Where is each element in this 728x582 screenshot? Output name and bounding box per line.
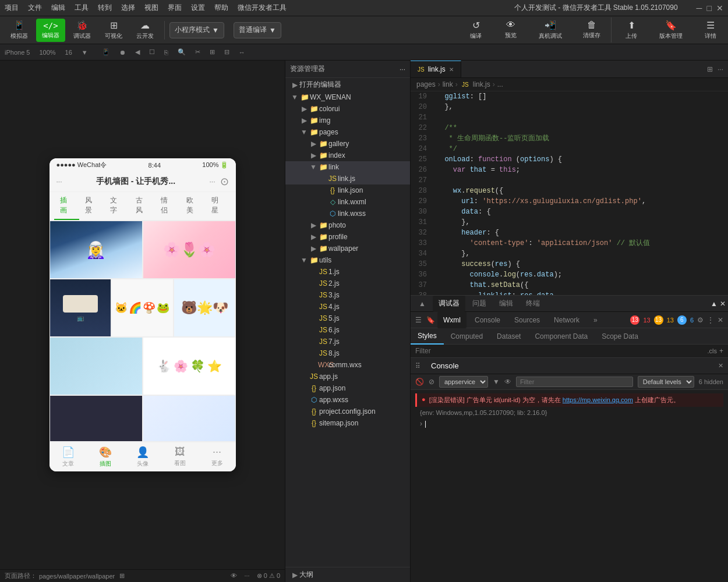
root-folder[interactable]: ▼ 📁 WX_WENAN xyxy=(285,91,410,103)
debug-tab-edit[interactable]: 编辑 xyxy=(493,296,519,312)
phone-tab-1[interactable]: 风景 xyxy=(79,192,104,220)
dots-icon[interactable]: ··· xyxy=(244,572,249,580)
visual-btn[interactable]: ⊞ 可视化 xyxy=(99,19,128,42)
colorui-folder[interactable]: ▶ 📁 colorui xyxy=(285,103,410,115)
image-cell-2[interactable]: 📺 xyxy=(50,279,112,337)
inner-tab-network[interactable]: Network xyxy=(548,312,585,328)
compile-btn[interactable]: ↺ 编译 xyxy=(463,17,489,42)
phone-tab-4[interactable]: 情侣 xyxy=(155,192,180,220)
debug-tab-problems[interactable]: 问题 xyxy=(467,296,492,312)
menu-item-help[interactable]: 帮助 xyxy=(214,3,228,13)
close-icon[interactable]: ✕ xyxy=(716,3,723,13)
debug-close-icon[interactable]: ✕ xyxy=(718,316,723,324)
console-close-icon[interactable]: ✕ xyxy=(718,362,723,370)
utils-folder[interactable]: ▼ 📁 utils xyxy=(285,254,410,266)
bottom-tab-illustration[interactable]: 🎨 插图 xyxy=(87,446,124,468)
file-appwxss[interactable]: ⬡app.wxss xyxy=(285,394,410,406)
path-options-icon[interactable]: ⊞ xyxy=(119,572,125,580)
code-editor[interactable]: 19202122 23242526 27282930 31323334 3536… xyxy=(411,91,728,295)
bottom-tab-article[interactable]: 📄 文章 xyxy=(50,446,87,468)
editor-tab-linkjs[interactable]: JS link.js ✕ xyxy=(411,61,461,78)
outline-section[interactable]: ▶ 大纲 xyxy=(285,567,410,582)
menu-item-goto[interactable]: 转到 xyxy=(98,3,112,13)
clear-cache-btn[interactable]: 🗑 清缓存 xyxy=(577,17,606,42)
detail-btn[interactable]: ☰ 详情 xyxy=(698,17,723,42)
sub-icon-10[interactable]: ↔ xyxy=(239,49,245,56)
mode-dropdown[interactable]: 小程序模式 ▼ xyxy=(169,22,224,38)
image-cell-0[interactable]: 🧝‍♀️ xyxy=(50,221,143,279)
add-style-icon[interactable]: + xyxy=(719,347,723,355)
preview-btn[interactable]: 👁 预览 xyxy=(498,17,524,42)
editor-btn[interactable]: </> 编辑器 xyxy=(36,19,65,42)
debugger-btn[interactable]: 🐞 调试器 xyxy=(68,19,97,42)
link-js-file[interactable]: JS link.js xyxy=(285,173,410,184)
sub-icon-9[interactable]: ⊟ xyxy=(224,48,229,56)
styles-tab-component[interactable]: Component Data xyxy=(528,328,595,345)
inner-tab-sources[interactable]: Sources xyxy=(508,312,546,328)
profile-folder[interactable]: ▶ 📁 profile xyxy=(285,231,410,243)
phone-tab-6[interactable]: 明星 xyxy=(206,192,231,220)
console-cursor[interactable]: | xyxy=(425,420,426,428)
menu-item-settings[interactable]: 设置 xyxy=(191,3,205,13)
image-cell-7[interactable] xyxy=(50,395,143,442)
console-tab[interactable]: Console xyxy=(425,358,465,374)
image-cell-3[interactable]: 🐱🌈🍄🐸 xyxy=(111,279,174,337)
file-sitemap[interactable]: {}sitemap.json xyxy=(285,417,410,429)
image-cell-1[interactable]: 🌸🌷🌸 xyxy=(143,221,236,279)
breadcrumb-filename[interactable]: link.js xyxy=(473,80,490,88)
explorer-more-icon[interactable]: ··· xyxy=(400,65,405,73)
collapse-icon[interactable]: ▲ xyxy=(711,300,718,308)
sub-icon-3[interactable]: ◀ xyxy=(135,48,140,56)
sub-icon-4[interactable]: ☐ xyxy=(149,48,155,56)
open-editors-section[interactable]: ▶ 打开的编辑器 xyxy=(285,78,410,91)
file-projectconfig[interactable]: {}project.config.json xyxy=(285,406,410,417)
phone-menu-icon[interactable]: ··· xyxy=(209,178,215,186)
phone-tab-2[interactable]: 文字 xyxy=(104,192,129,220)
file-appjson[interactable]: {}app.json xyxy=(285,382,410,394)
image-cell-4[interactable]: 🐻🌟🐶 xyxy=(174,279,236,337)
menu-item-select[interactable]: 选择 xyxy=(121,3,135,13)
sub-icon-2[interactable]: ⏺ xyxy=(119,49,126,56)
sub-icon-7[interactable]: ✂ xyxy=(195,48,200,56)
link-wxml-file[interactable]: ◇ link.wxml xyxy=(285,196,410,208)
eye-filter-icon[interactable]: 👁 xyxy=(504,378,511,386)
sub-icon-6[interactable]: 🔍 xyxy=(178,48,186,56)
tabs-more-icon[interactable]: ··· xyxy=(718,65,723,73)
breadcrumb-pages[interactable]: pages xyxy=(416,80,436,88)
debug-more-icon[interactable]: ⋮ xyxy=(707,316,714,324)
debug-tab-debugger[interactable]: 调试器 xyxy=(433,296,465,312)
phone-more-icon[interactable]: ⊙ xyxy=(220,175,229,188)
file-7js[interactable]: JS7.js xyxy=(285,336,410,347)
image-cell-8[interactable] xyxy=(143,395,236,442)
file-8js[interactable]: JS8.js xyxy=(285,347,410,359)
menu-item-weixin[interactable]: 微信开发者工具 xyxy=(238,3,287,13)
img-folder[interactable]: ▶ 📁 img xyxy=(285,115,410,126)
file-commwxs[interactable]: WXScomm.wxs xyxy=(285,359,410,371)
cloud-btn[interactable]: ☁ 云开发 xyxy=(130,19,160,42)
gallery-folder[interactable]: ▶ 📁 gallery xyxy=(285,138,410,150)
inner-tab-console[interactable]: Console xyxy=(469,312,506,328)
close-panel-icon[interactable]: ✕ xyxy=(720,300,726,308)
image-cell-6[interactable]: 🐇🌸🍀⭐ xyxy=(143,337,236,395)
styles-filter-input[interactable] xyxy=(415,347,705,355)
bottom-tab-more[interactable]: ··· 更多 xyxy=(199,446,236,468)
menu-item-interface[interactable]: 界面 xyxy=(168,3,182,13)
phone-tab-0[interactable]: 插画 xyxy=(54,192,79,220)
real-debug-btn[interactable]: 📲 真机调试 xyxy=(533,17,568,42)
wallpaper-folder[interactable]: ▶ 📁 wallpaper xyxy=(285,243,410,254)
debug-tab-terminal[interactable]: 终端 xyxy=(520,296,546,312)
pages-folder[interactable]: ▼ 📁 pages xyxy=(285,126,410,138)
image-cell-5[interactable] xyxy=(50,337,143,395)
inner-tab-more[interactable]: » xyxy=(588,312,603,328)
file-5js[interactable]: JS5.js xyxy=(285,313,410,324)
version-btn[interactable]: 🔖 版本管理 xyxy=(653,17,688,42)
minimize-icon[interactable]: ─ xyxy=(697,3,702,13)
index-folder[interactable]: ▶ 📁 index xyxy=(285,150,410,161)
upload-btn[interactable]: ⬆ 上传 xyxy=(619,17,644,42)
file-1js[interactable]: JS1.js xyxy=(285,266,410,278)
link-folder[interactable]: ▼ 📁 link xyxy=(285,161,410,173)
level-select[interactable]: Default levels xyxy=(638,376,694,388)
menu-item-tools[interactable]: 工具 xyxy=(75,3,89,13)
compile-dropdown[interactable]: 普通编译 ▼ xyxy=(234,22,281,38)
photo-folder[interactable]: ▶ 📁 photo xyxy=(285,219,410,231)
